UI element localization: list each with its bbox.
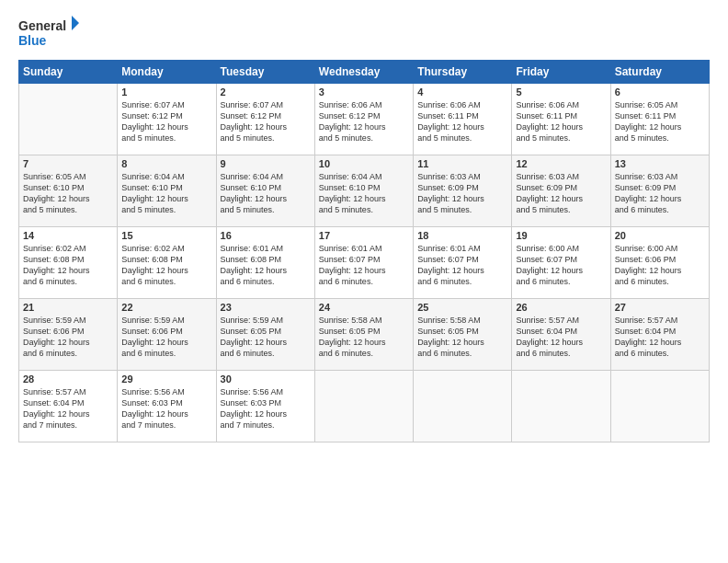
day-info: Sunrise: 5:59 AM Sunset: 6:06 PM Dayligh…	[121, 315, 211, 360]
day-cell	[512, 371, 610, 442]
day-number: 20	[615, 230, 705, 241]
week-row: 1Sunrise: 6:07 AM Sunset: 6:12 PM Daylig…	[19, 84, 710, 155]
day-number: 27	[615, 302, 705, 313]
day-number: 23	[221, 302, 311, 313]
day-cell: 18Sunrise: 6:01 AM Sunset: 6:07 PM Dayli…	[414, 227, 512, 299]
day-cell: 11Sunrise: 6:03 AM Sunset: 6:09 PM Dayli…	[414, 155, 512, 227]
day-number: 21	[23, 302, 113, 313]
day-number: 3	[319, 86, 409, 98]
day-number: 17	[319, 230, 409, 241]
day-cell: 30Sunrise: 5:56 AM Sunset: 6:03 PM Dayli…	[216, 371, 314, 442]
logo-svg: General Blue	[18, 14, 83, 51]
day-number: 10	[319, 158, 409, 169]
day-info: Sunrise: 6:06 AM Sunset: 6:12 PM Dayligh…	[319, 99, 409, 144]
day-number: 16	[221, 230, 311, 241]
day-number: 19	[516, 230, 606, 241]
day-info: Sunrise: 6:01 AM Sunset: 6:07 PM Dayligh…	[319, 243, 409, 288]
week-row: 14Sunrise: 6:02 AM Sunset: 6:08 PM Dayli…	[19, 227, 710, 299]
day-number: 6	[615, 86, 705, 98]
svg-text:General: General	[18, 18, 66, 33]
day-number: 12	[516, 158, 606, 169]
day-info: Sunrise: 5:57 AM Sunset: 6:04 PM Dayligh…	[23, 386, 113, 431]
day-cell	[19, 84, 118, 155]
day-cell: 21Sunrise: 5:59 AM Sunset: 6:06 PM Dayli…	[19, 299, 118, 371]
day-info: Sunrise: 6:04 AM Sunset: 6:10 PM Dayligh…	[221, 171, 311, 216]
day-number: 5	[516, 86, 606, 98]
day-number: 18	[417, 230, 507, 241]
week-row: 28Sunrise: 5:57 AM Sunset: 6:04 PM Dayli…	[19, 371, 710, 442]
day-info: Sunrise: 6:01 AM Sunset: 6:08 PM Dayligh…	[221, 243, 311, 288]
week-row: 21Sunrise: 5:59 AM Sunset: 6:06 PM Dayli…	[19, 299, 710, 371]
day-info: Sunrise: 6:04 AM Sunset: 6:10 PM Dayligh…	[319, 171, 409, 216]
header-cell-wednesday: Wednesday	[314, 61, 413, 84]
day-number: 11	[417, 158, 507, 169]
day-cell: 16Sunrise: 6:01 AM Sunset: 6:08 PM Dayli…	[216, 227, 314, 299]
day-number: 29	[121, 373, 211, 385]
day-cell: 8Sunrise: 6:04 AM Sunset: 6:10 PM Daylig…	[118, 155, 216, 227]
day-cell: 2Sunrise: 6:07 AM Sunset: 6:12 PM Daylig…	[216, 84, 314, 155]
day-info: Sunrise: 6:05 AM Sunset: 6:10 PM Dayligh…	[23, 171, 113, 216]
week-row: 7Sunrise: 6:05 AM Sunset: 6:10 PM Daylig…	[19, 155, 710, 227]
day-cell: 28Sunrise: 5:57 AM Sunset: 6:04 PM Dayli…	[19, 371, 118, 442]
day-info: Sunrise: 5:57 AM Sunset: 6:04 PM Dayligh…	[516, 315, 606, 360]
day-number: 13	[615, 158, 705, 169]
header-row: SundayMondayTuesdayWednesdayThursdayFrid…	[19, 61, 710, 84]
day-cell: 24Sunrise: 5:58 AM Sunset: 6:05 PM Dayli…	[314, 299, 413, 371]
day-cell: 6Sunrise: 6:05 AM Sunset: 6:11 PM Daylig…	[610, 84, 709, 155]
day-cell: 9Sunrise: 6:04 AM Sunset: 6:10 PM Daylig…	[216, 155, 314, 227]
day-number: 8	[121, 158, 211, 169]
day-cell: 15Sunrise: 6:02 AM Sunset: 6:08 PM Dayli…	[118, 227, 216, 299]
page-header: General Blue	[18, 14, 710, 51]
header-cell-tuesday: Tuesday	[216, 61, 314, 84]
day-cell: 27Sunrise: 5:57 AM Sunset: 6:04 PM Dayli…	[610, 299, 709, 371]
day-cell: 25Sunrise: 5:58 AM Sunset: 6:05 PM Dayli…	[414, 299, 512, 371]
day-number: 22	[121, 302, 211, 313]
day-cell: 3Sunrise: 6:06 AM Sunset: 6:12 PM Daylig…	[314, 84, 413, 155]
day-info: Sunrise: 5:58 AM Sunset: 6:05 PM Dayligh…	[417, 315, 507, 360]
day-info: Sunrise: 5:57 AM Sunset: 6:04 PM Dayligh…	[615, 315, 705, 360]
day-info: Sunrise: 5:58 AM Sunset: 6:05 PM Dayligh…	[319, 315, 409, 360]
day-number: 9	[221, 158, 311, 169]
day-info: Sunrise: 6:03 AM Sunset: 6:09 PM Dayligh…	[516, 171, 606, 216]
day-cell: 23Sunrise: 5:59 AM Sunset: 6:05 PM Dayli…	[216, 299, 314, 371]
day-cell: 1Sunrise: 6:07 AM Sunset: 6:12 PM Daylig…	[118, 84, 216, 155]
day-info: Sunrise: 6:06 AM Sunset: 6:11 PM Dayligh…	[417, 99, 507, 144]
day-number: 28	[23, 373, 113, 385]
day-info: Sunrise: 6:00 AM Sunset: 6:07 PM Dayligh…	[516, 243, 606, 288]
day-cell: 4Sunrise: 6:06 AM Sunset: 6:11 PM Daylig…	[414, 84, 512, 155]
day-number: 25	[417, 302, 507, 313]
day-cell: 14Sunrise: 6:02 AM Sunset: 6:08 PM Dayli…	[19, 227, 118, 299]
header-cell-saturday: Saturday	[610, 61, 709, 84]
day-cell	[414, 371, 512, 442]
day-info: Sunrise: 5:56 AM Sunset: 6:03 PM Dayligh…	[221, 386, 311, 431]
day-number: 30	[221, 373, 311, 385]
day-info: Sunrise: 6:05 AM Sunset: 6:11 PM Dayligh…	[615, 99, 705, 144]
day-cell: 5Sunrise: 6:06 AM Sunset: 6:11 PM Daylig…	[512, 84, 610, 155]
day-cell: 7Sunrise: 6:05 AM Sunset: 6:10 PM Daylig…	[19, 155, 118, 227]
day-info: Sunrise: 5:59 AM Sunset: 6:06 PM Dayligh…	[23, 315, 113, 360]
day-cell: 12Sunrise: 6:03 AM Sunset: 6:09 PM Dayli…	[512, 155, 610, 227]
day-cell: 13Sunrise: 6:03 AM Sunset: 6:09 PM Dayli…	[610, 155, 709, 227]
day-cell	[610, 371, 709, 442]
svg-marker-1	[72, 16, 79, 30]
day-info: Sunrise: 6:01 AM Sunset: 6:07 PM Dayligh…	[417, 243, 507, 288]
day-number: 2	[221, 86, 311, 98]
day-cell: 29Sunrise: 5:56 AM Sunset: 6:03 PM Dayli…	[118, 371, 216, 442]
day-cell: 10Sunrise: 6:04 AM Sunset: 6:10 PM Dayli…	[314, 155, 413, 227]
day-number: 24	[319, 302, 409, 313]
header-cell-friday: Friday	[512, 61, 610, 84]
day-number: 7	[23, 158, 113, 169]
day-info: Sunrise: 5:59 AM Sunset: 6:05 PM Dayligh…	[221, 315, 311, 360]
day-info: Sunrise: 6:02 AM Sunset: 6:08 PM Dayligh…	[23, 243, 113, 288]
day-cell: 20Sunrise: 6:00 AM Sunset: 6:06 PM Dayli…	[610, 227, 709, 299]
day-number: 26	[516, 302, 606, 313]
day-info: Sunrise: 6:06 AM Sunset: 6:11 PM Dayligh…	[516, 99, 606, 144]
day-number: 1	[121, 86, 211, 98]
day-cell: 19Sunrise: 6:00 AM Sunset: 6:07 PM Dayli…	[512, 227, 610, 299]
day-number: 4	[417, 86, 507, 98]
day-info: Sunrise: 6:03 AM Sunset: 6:09 PM Dayligh…	[615, 171, 705, 216]
header-cell-sunday: Sunday	[19, 61, 118, 84]
day-info: Sunrise: 6:02 AM Sunset: 6:08 PM Dayligh…	[121, 243, 211, 288]
day-info: Sunrise: 6:03 AM Sunset: 6:09 PM Dayligh…	[417, 171, 507, 216]
day-info: Sunrise: 5:56 AM Sunset: 6:03 PM Dayligh…	[121, 386, 211, 431]
